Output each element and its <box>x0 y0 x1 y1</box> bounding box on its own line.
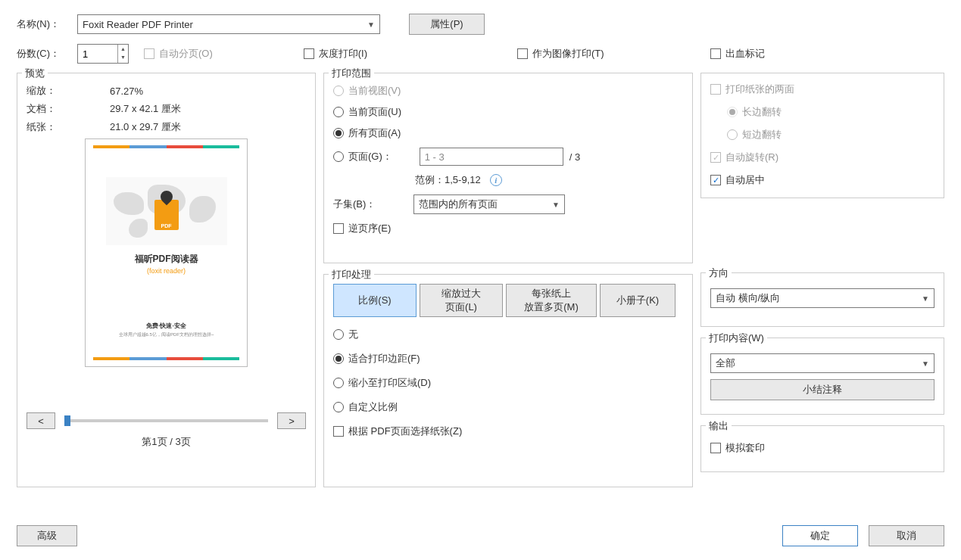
cancel-button[interactable]: 取消 <box>869 525 944 546</box>
radio-all-pages[interactable]: 所有页面(A) <box>333 126 683 140</box>
duplex-checkbox: 打印纸张的两面 <box>710 82 934 96</box>
tab-scale[interactable]: 比例(S) <box>333 284 417 317</box>
info-icon[interactable]: i <box>490 174 502 186</box>
pages-total: / 3 <box>569 151 607 163</box>
radio-current-view: 当前视图(V) <box>333 84 683 98</box>
tab-booklet[interactable]: 小册子(K) <box>600 284 676 317</box>
pages-input[interactable] <box>420 148 563 166</box>
tab-multi[interactable]: 每张纸上 放置多页(M) <box>506 284 597 317</box>
bleed-checkbox[interactable]: 出血标记 <box>710 47 765 61</box>
advanced-button[interactable]: 高级 <box>17 525 77 546</box>
printer-dropdown[interactable]: Foxit Reader PDF Printer ▼ <box>77 14 380 34</box>
radio-current-page[interactable]: 当前页面(U) <box>333 105 683 119</box>
radio-pages[interactable]: 页面(G)： <box>333 150 392 163</box>
duplex-fieldset: 打印纸张的两面 长边翻转 短边翻转 自动旋转(R) 自动居中 <box>700 73 944 198</box>
paper-value: 21.0 x 29.7 厘米 <box>110 120 181 134</box>
zoom-value: 67.27% <box>110 86 143 97</box>
paper-label: 纸张： <box>27 120 110 134</box>
reverse-checkbox[interactable]: 逆页序(E) <box>333 222 683 235</box>
radio-none[interactable]: 无 <box>333 328 683 341</box>
chevron-down-icon: ▼ <box>922 294 929 303</box>
tab-large[interactable]: 缩放过大 页面(L) <box>420 284 503 317</box>
auto-center-checkbox[interactable]: 自动居中 <box>710 173 934 187</box>
doc-label: 文档： <box>27 102 110 116</box>
prev-page-button[interactable]: < <box>27 412 55 429</box>
slider-thumb[interactable] <box>64 415 70 426</box>
next-page-button[interactable]: > <box>277 412 306 429</box>
radio-fit[interactable]: 适合打印边距(F) <box>333 352 683 366</box>
radio-custom[interactable]: 自定义比例 <box>333 400 683 414</box>
printer-value: Foxit Reader PDF Printer <box>83 19 193 30</box>
chevron-down-icon: ▼ <box>922 359 929 368</box>
ok-button[interactable]: 确定 <box>782 525 858 546</box>
row-copies: 份数(C)： ▲ ▼ 自动分页(O) 灰度打印(I) 作为图像打印(T) 出血标… <box>17 44 944 64</box>
pdf-icon <box>154 200 179 230</box>
grayscale-checkbox[interactable]: 灰度打印(I) <box>304 47 367 61</box>
simulate-overprint-checkbox[interactable]: 模拟套印 <box>710 441 765 455</box>
content-dropdown[interactable]: 全部 ▼ <box>710 353 934 373</box>
as-image-checkbox[interactable]: 作为图像打印(T) <box>517 47 604 61</box>
orientation-legend: 方向 <box>706 266 732 280</box>
summary-button[interactable]: 小结注释 <box>710 379 934 400</box>
preview-subtitle: (foxit reader) <box>93 267 239 275</box>
page-slider[interactable] <box>64 419 268 422</box>
collate-checkbox: 自动分页(O) <box>144 47 213 61</box>
handling-legend: 打印处理 <box>329 268 374 282</box>
radio-short-edge: 短边翻转 <box>727 128 934 142</box>
radio-long-edge: 长边翻转 <box>727 105 934 119</box>
copies-spinner[interactable]: ▲ ▼ <box>77 44 129 64</box>
row-printer: 名称(N)： Foxit Reader PDF Printer ▼ 属性(P) <box>17 14 944 35</box>
print-content-fieldset: 打印内容(W) 全部 ▼ 小结注释 <box>700 338 944 415</box>
chevron-down-icon: ▼ <box>552 201 560 209</box>
output-legend: 输出 <box>706 419 732 433</box>
doc-value: 29.7 x 42.1 厘米 <box>110 102 181 116</box>
output-fieldset: 输出 模拟套印 <box>700 425 944 472</box>
print-range-fieldset: 打印范围 当前视图(V) 当前页面(U) 所有页面(A) 页面(G)： <box>323 73 693 263</box>
content-legend: 打印内容(W) <box>706 331 767 345</box>
zoom-label: 缩放： <box>27 84 110 98</box>
orientation-fieldset: 方向 自动 横向/纵向 ▼ <box>700 272 944 327</box>
copies-input[interactable] <box>78 48 117 60</box>
range-legend: 打印范围 <box>329 67 374 80</box>
choose-paper-checkbox[interactable]: 根据 PDF页面选择纸张(Z) <box>333 425 683 438</box>
name-label: 名称(N)： <box>17 17 77 31</box>
radio-shrink[interactable]: 缩小至打印区域(D) <box>333 376 683 390</box>
spinner-down-icon[interactable]: ▼ <box>118 53 128 61</box>
spinner-up-icon[interactable]: ▲ <box>118 45 128 53</box>
preview-legend: 预览 <box>22 67 48 80</box>
preview-title: 福昕PDF阅读器 <box>93 253 239 266</box>
subset-label: 子集(B)： <box>333 198 407 211</box>
preview-foot2: 全球用户超越6.5亿，阅读PDF文档的理想选择~ <box>93 331 239 338</box>
preview-fieldset: 预览 缩放： 67.27% 文档： 29.7 x 42.1 厘米 纸张： 21.… <box>17 73 316 487</box>
pages-example: 范例：1,5-9,12 <box>415 173 481 187</box>
print-dialog: 名称(N)： Foxit Reader PDF Printer ▼ 属性(P) … <box>0 0 961 560</box>
chevron-down-icon: ▼ <box>367 20 375 29</box>
auto-rotate-checkbox: 自动旋转(R) <box>710 151 934 164</box>
properties-button[interactable]: 属性(P) <box>409 14 485 35</box>
print-handling-fieldset: 打印处理 比例(S) 缩放过大 页面(L) 每张纸上 放置多页(M) 小册子(K… <box>323 274 693 487</box>
preview-foot1: 免费·快速·安全 <box>93 322 239 330</box>
orientation-dropdown[interactable]: 自动 横向/纵向 ▼ <box>710 288 934 308</box>
page-info: 第1页 / 3页 <box>27 435 306 449</box>
page-nav: < > <box>27 412 306 429</box>
preview-page: 福昕PDF阅读器 (foxit reader) 免费·快速·安全 全球用户超越6… <box>85 138 248 367</box>
copies-label: 份数(C)： <box>17 47 77 61</box>
subset-dropdown[interactable]: 范围内的所有页面 ▼ <box>413 194 565 214</box>
